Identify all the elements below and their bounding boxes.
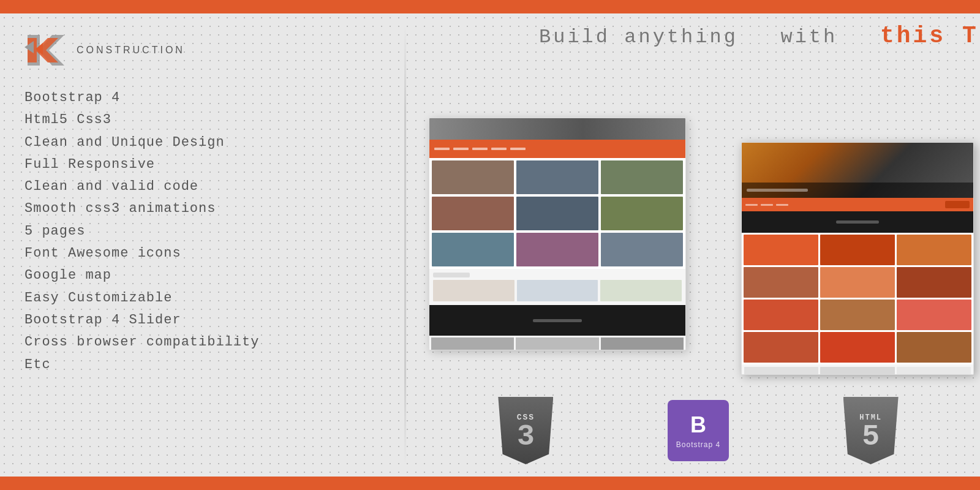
feature-item-2: Html5 Css3 (24, 109, 392, 131)
tech-badges: CSS 3 B Bootstrap 4 HTML 5 (417, 397, 980, 464)
feature-item-10: Easy Customizable (24, 287, 392, 309)
feature-item-13: Etc (24, 354, 392, 376)
feature-item-4: Full Responsive (24, 154, 392, 176)
feature-item-3: Clean and Unique Design (24, 132, 392, 154)
right-panel: Build anything with this TEMPLATE. (417, 13, 980, 477)
main-content: CONSTRUCTION Bootstrap 4 Html5 Css3 Clea… (0, 13, 980, 477)
bottom-bar (0, 477, 980, 490)
feature-item-7: 5 pages (24, 221, 392, 243)
logo-text: CONSTRUCTION (77, 45, 185, 56)
feature-item-12: Cross browser compatibility (24, 331, 392, 353)
bootstrap-badge: B Bootstrap 4 (668, 400, 729, 461)
logo-area: CONSTRUCTION (24, 32, 392, 69)
tagline-with: with (780, 26, 865, 48)
css3-badge: CSS 3 (498, 397, 553, 464)
screenshot-back (429, 118, 686, 350)
html5-shape: HTML 5 (843, 397, 899, 464)
left-panel: CONSTRUCTION Bootstrap 4 Html5 Css3 Clea… (0, 13, 417, 477)
vertical-divider (404, 26, 406, 464)
feature-item-9: Google map (24, 265, 392, 287)
logo-icon (24, 32, 67, 69)
tagline-text: Build anything with this TEMPLATE. (539, 23, 968, 49)
tagline-highlight: this TEMPLATE. (880, 23, 980, 49)
screenshot-front (741, 142, 974, 375)
features-list: Bootstrap 4 Html5 Css3 Clean and Unique … (24, 87, 392, 376)
feature-item-6: Smooth css3 animations (24, 198, 392, 220)
top-bar (0, 0, 980, 13)
feature-item-11: Bootstrap 4 Slider (24, 309, 392, 331)
bootstrap-label: Bootstrap 4 (676, 440, 720, 449)
bootstrap-b-letter: B (690, 412, 706, 438)
feature-item-5: Clean and valid code (24, 176, 392, 198)
tagline-prefix: Build anything (539, 26, 766, 48)
html5-badge: HTML 5 (843, 397, 899, 464)
css3-number: 3 (517, 422, 535, 451)
feature-item-1: Bootstrap 4 (24, 87, 392, 109)
mock-grid-1 (429, 158, 685, 269)
feature-item-8: Font Awesome icons (24, 243, 392, 265)
mockup-area (429, 118, 974, 375)
css3-shape: CSS 3 (498, 397, 553, 464)
header-tagline: Build anything with this TEMPLATE. (539, 23, 968, 49)
mock-right-grid (742, 233, 973, 364)
html5-number: 5 (862, 422, 880, 451)
